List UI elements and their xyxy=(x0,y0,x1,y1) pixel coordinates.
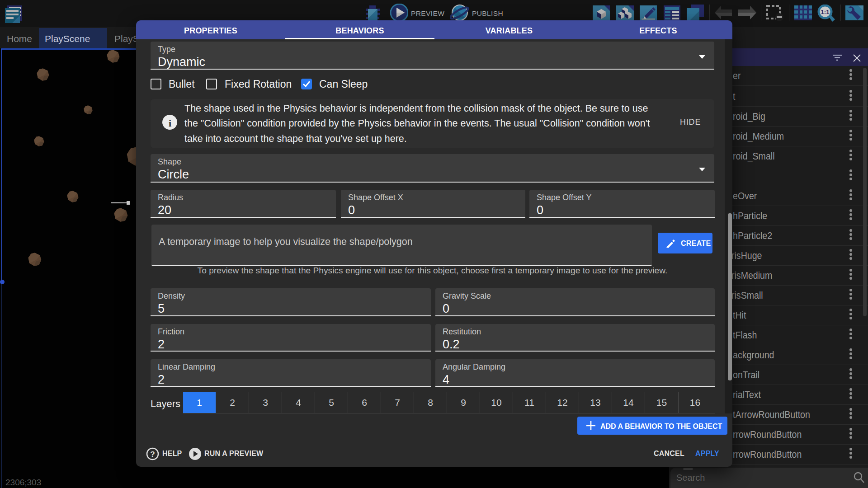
svg-text:?: ? xyxy=(150,450,155,459)
svg-text:1:1: 1:1 xyxy=(821,9,830,15)
